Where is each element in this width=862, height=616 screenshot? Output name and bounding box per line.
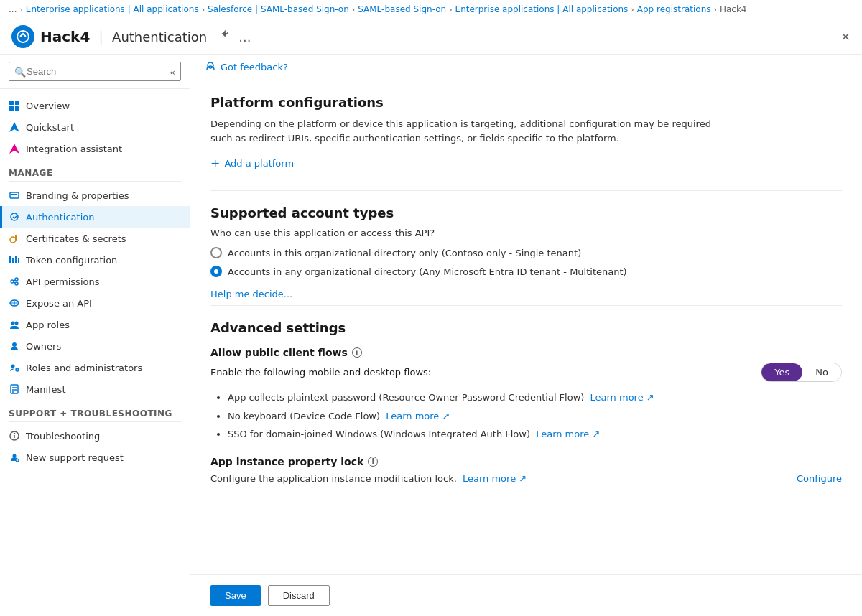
bullet-2-text: No keyboard (Device Code Flow) <box>228 411 380 421</box>
toggle-no[interactable]: No <box>802 363 841 381</box>
svg-rect-1 <box>9 101 14 105</box>
section-divider-2 <box>210 305 842 306</box>
lock-learn-more-link[interactable]: Learn more ↗ <box>463 473 527 484</box>
grid-icon <box>9 100 20 111</box>
radio-single-tenant[interactable]: Accounts in this organizational director… <box>210 247 842 258</box>
radio-multi-label: Accounts in any organizational directory… <box>228 266 627 277</box>
sidebar-item-certificates[interactable]: Certificates & secrets <box>0 228 190 249</box>
owners-label: Owners <box>26 341 61 352</box>
help-me-decide-link[interactable]: Help me decide... <box>210 289 292 299</box>
discard-button[interactable]: Discard <box>268 585 330 606</box>
bullet-2: No keyboard (Device Code Flow) Learn mor… <box>228 409 842 424</box>
app-roles-label: App roles <box>26 319 70 330</box>
add-platform-label: Add a platform <box>224 158 294 169</box>
close-button[interactable]: ✕ <box>841 30 851 44</box>
sidebar-item-owners[interactable]: Owners <box>0 335 190 357</box>
svg-point-9 <box>11 213 18 220</box>
sidebar-item-token[interactable]: Token configuration <box>0 249 190 271</box>
new-support-label: New support request <box>26 452 124 463</box>
breadcrumb-link-3[interactable]: Enterprise applications | All applicatio… <box>455 4 629 14</box>
sidebar-item-roles-admins[interactable]: Roles and administrators <box>0 357 190 378</box>
breadcrumb-link-2[interactable]: SAML-based Sign-on <box>358 4 446 14</box>
sidebar-item-api-permissions[interactable]: API permissions <box>0 271 190 292</box>
breadcrumb-link-1[interactable]: Salesforce | SAML-based Sign-on <box>208 4 349 14</box>
new-support-icon <box>9 452 20 463</box>
main-panel: Got feedback? Platform configurations De… <box>190 55 862 616</box>
public-flows-label-text: Allow public client flows <box>210 347 348 358</box>
add-platform-plus-icon: + <box>210 157 220 170</box>
sidebar-item-authentication[interactable]: Authentication <box>0 206 190 228</box>
search-input[interactable] <box>9 62 181 81</box>
account-types-question: Who can use this application or access t… <box>210 228 842 238</box>
integration-label: Integration assistant <box>26 144 122 154</box>
toggle-yes[interactable]: Yes <box>761 363 802 381</box>
sidebar-item-manifest[interactable]: Manifest <box>0 378 190 400</box>
svg-point-25 <box>15 322 19 325</box>
lock-info-icon[interactable]: i <box>368 457 378 467</box>
breadcrumb-link-0[interactable]: Enterprise applications | All applicatio… <box>26 4 199 14</box>
manage-section-label: Manage <box>0 159 190 181</box>
bullet-1-text: App collects plaintext password (Resourc… <box>228 392 584 403</box>
svg-point-37 <box>14 434 15 434</box>
radio-single-label: Accounts in this organizational director… <box>228 248 581 258</box>
account-types-section: Supported account types Who can use this… <box>210 205 842 299</box>
manifest-label: Manifest <box>26 384 65 395</box>
svg-marker-5 <box>9 122 19 132</box>
token-icon <box>9 254 20 266</box>
bullet-2-link[interactable]: Learn more ↗ <box>386 411 450 421</box>
bullet-3-link[interactable]: Learn more ↗ <box>536 429 600 439</box>
sidebar-item-app-roles[interactable]: App roles <box>0 314 190 335</box>
breadcrumb-current: Hack4 <box>720 4 747 14</box>
more-button[interactable]: ... <box>238 29 251 45</box>
troubleshooting-icon <box>9 430 20 442</box>
svg-rect-13 <box>12 258 14 263</box>
sidebar-item-expose-api[interactable]: Expose an API <box>0 292 190 314</box>
public-flows-bullets: App collects plaintext password (Resourc… <box>210 391 842 442</box>
feedback-link[interactable]: Got feedback? <box>221 62 288 73</box>
lock-title: App instance property lock i <box>210 456 842 467</box>
branding-label: Branding & properties <box>26 190 129 201</box>
manifest-icon <box>9 383 20 395</box>
sidebar-item-new-support[interactable]: New support request <box>0 447 190 468</box>
public-flows-info-icon[interactable]: i <box>352 347 362 358</box>
configure-link[interactable]: Configure <box>797 473 842 484</box>
platform-config-title: Platform configurations <box>210 95 842 110</box>
sidebar-item-quickstart[interactable]: Quickstart <box>0 116 190 138</box>
certificates-label: Certificates & secrets <box>26 233 126 244</box>
svg-point-42 <box>208 62 213 68</box>
svg-point-0 <box>17 31 29 42</box>
breadcrumb-dots: ... <box>9 4 17 14</box>
sidebar-nav: Overview Quickstart Integration assistan… <box>0 89 190 616</box>
radio-multitenant[interactable]: Accounts in any organizational directory… <box>210 266 842 277</box>
sidebar-item-troubleshooting[interactable]: Troubleshooting <box>0 425 190 447</box>
platform-config-section: Platform configurations Depending on the… <box>210 95 842 170</box>
svg-point-27 <box>11 365 15 368</box>
collapse-button[interactable]: « <box>170 66 175 77</box>
sidebar-item-branding[interactable]: Branding & properties <box>0 185 190 206</box>
radio-circle-single <box>210 247 222 258</box>
svg-rect-8 <box>11 194 17 195</box>
svg-rect-12 <box>9 256 11 263</box>
authentication-label: Authentication <box>26 212 94 223</box>
bullet-3: SSO for domain-joined Windows (Windows I… <box>228 427 842 442</box>
certificates-icon <box>9 233 20 244</box>
platform-config-desc: Depending on the platform or device this… <box>210 117 728 145</box>
add-platform-button[interactable]: + Add a platform <box>210 157 842 170</box>
svg-point-26 <box>12 342 17 347</box>
account-types-title: Supported account types <box>210 205 842 220</box>
integration-icon <box>9 143 20 154</box>
breadcrumb-link-4[interactable]: App registrations <box>637 4 711 14</box>
advanced-settings-section: Advanced settings Allow public client fl… <box>210 320 842 484</box>
pin-button[interactable] <box>218 29 230 44</box>
page-title: Authentication <box>112 29 207 45</box>
svg-point-10 <box>10 237 16 243</box>
save-button[interactable]: Save <box>210 585 261 606</box>
sidebar-item-integration[interactable]: Integration assistant <box>0 138 190 159</box>
authentication-icon <box>9 211 20 223</box>
quickstart-label: Quickstart <box>26 122 74 133</box>
bullet-1-link[interactable]: Learn more ↗ <box>590 392 654 403</box>
svg-marker-6 <box>9 144 19 154</box>
sidebar-item-overview[interactable]: Overview <box>0 95 190 116</box>
toggle-button[interactable]: Yes No <box>761 363 842 382</box>
branding-icon <box>9 190 20 201</box>
